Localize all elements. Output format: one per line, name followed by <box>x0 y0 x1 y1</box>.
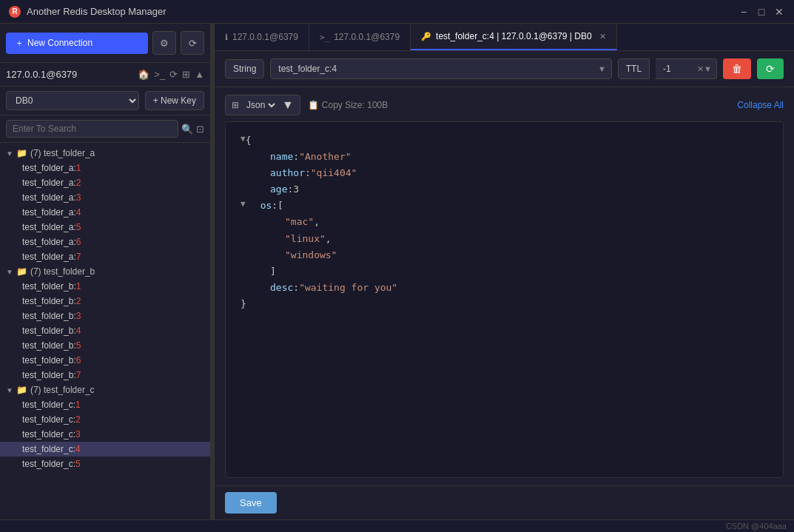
json-os-mac: "mac" <box>285 214 314 230</box>
json-key-name: name <box>270 149 293 165</box>
folder-a-header[interactable]: ▼ 📁 (7) test_folder_a <box>0 146 210 161</box>
json-line: name : "Another" <box>240 149 768 165</box>
key-icon: 🔑 <box>421 32 431 41</box>
list-item[interactable]: test_folder_b:2 <box>0 294 210 309</box>
value-toolbar: ⊞ Json Text ▼ 📋 Copy Size: 100B Collapse… <box>225 95 784 115</box>
refresh-button[interactable]: ⟳ <box>757 58 784 79</box>
json-line: ▼ { <box>240 132 768 149</box>
list-item[interactable]: test_folder_c:2 <box>0 412 210 427</box>
format-arrow-icon: ▼ <box>282 98 294 112</box>
folder-b-arrow: ▼ <box>6 268 13 276</box>
refresh-icon: ⟳ <box>766 63 775 75</box>
list-item[interactable]: test_folder_c:3 <box>0 427 210 442</box>
main-layout: ＋ New Connection ⚙ ⟳ 127.0.0.1@6379 🏠 >_… <box>0 24 794 519</box>
connection-name: 127.0.0.1@6379 <box>6 69 77 80</box>
tab-terminal[interactable]: >_ 127.0.0.1@6379 <box>309 24 411 50</box>
grid-icon[interactable]: ⊞ <box>182 69 190 80</box>
list-item[interactable]: test_folder_b:1 <box>0 279 210 294</box>
tab-info[interactable]: ℹ 127.0.0.1@6379 <box>215 24 309 50</box>
history-icon: ⟳ <box>189 38 197 49</box>
json-line: author : "qii404" <box>240 165 768 181</box>
save-button[interactable]: Save <box>225 492 277 514</box>
app-icon: R <box>9 6 21 18</box>
close-button[interactable]: ✕ <box>773 6 785 18</box>
list-item[interactable]: test_folder_a:3 <box>0 190 210 205</box>
connection-actions: 🏠 >_ ⟳ ⊞ ▲ <box>138 69 204 80</box>
list-item[interactable]: test_folder_a:5 <box>0 220 210 235</box>
refresh-icon[interactable]: ⟳ <box>169 69 178 80</box>
minimize-button[interactable]: − <box>738 6 750 18</box>
ttl-dropdown-icon[interactable]: ▼ <box>704 64 712 73</box>
collapse-all-button[interactable]: Collapse All <box>737 100 784 110</box>
home-icon[interactable]: 🏠 <box>138 69 149 80</box>
ttl-input[interactable] <box>660 59 697 78</box>
json-os-close-bracket: ] <box>270 263 276 280</box>
tab-key-label: test_folder_c:4 | 127.0.0.1@6379 | DB0 <box>436 31 592 41</box>
json-val-desc: "waiting for you" <box>299 280 397 296</box>
maximize-button[interactable]: □ <box>756 6 767 18</box>
json-line: "mac", <box>240 214 768 230</box>
filter-icon[interactable]: ⊡ <box>196 124 204 135</box>
list-item[interactable]: test_folder_c:1 <box>0 397 210 412</box>
new-key-button[interactable]: + New Key <box>145 91 204 110</box>
format-select[interactable]: Json Text <box>243 99 277 111</box>
copy-size: 📋 Copy Size: 100B <box>308 100 388 110</box>
json-editor[interactable]: ▼ { name : "Another" author : "qii404" <box>225 121 784 478</box>
terminal-icon[interactable]: >_ <box>154 69 165 80</box>
folder-a-label: (7) test_folder_a <box>30 148 95 158</box>
key-list: ▼ 📁 (7) test_folder_a test_folder_a:1 te… <box>0 143 210 519</box>
key-input-wrap: ▼ <box>270 58 611 79</box>
settings-button[interactable]: ⚙ <box>152 31 176 55</box>
folder-a-icon: 📁 <box>16 148 27 158</box>
json-val-name: "Another" <box>299 149 351 165</box>
ttl-clear-icon[interactable]: ✕ <box>697 64 704 74</box>
folder-b-icon: 📁 <box>16 266 27 277</box>
list-item[interactable]: test_folder_a:1 <box>0 161 210 175</box>
collapse-arrow-icon: ▼ <box>240 132 246 147</box>
folder-c-label: (7) test_folder_c <box>30 385 95 395</box>
list-item[interactable]: test_folder_b:4 <box>0 323 210 338</box>
list-item[interactable]: test_folder_c:5 <box>0 457 210 471</box>
json-os-linux: "linux" <box>285 231 326 247</box>
json-line: ▼ os : [ <box>240 198 768 214</box>
json-key-author: author <box>270 165 305 181</box>
tab-close-button[interactable]: ✕ <box>599 32 606 41</box>
folder-b-label: (7) test_folder_b <box>30 266 95 277</box>
list-item[interactable]: test_folder_a:4 <box>0 205 210 220</box>
key-name-input[interactable] <box>270 58 611 79</box>
search-bar: 🔍 ⊡ <box>0 115 210 143</box>
list-item[interactable]: test_folder_b:3 <box>0 309 210 323</box>
delete-button[interactable]: 🗑 <box>723 58 751 79</box>
search-icon[interactable]: 🔍 <box>181 124 193 135</box>
json-key-desc: desc <box>270 280 293 296</box>
list-item[interactable]: test_folder_a:6 <box>0 235 210 249</box>
history-button[interactable]: ⟳ <box>181 31 204 55</box>
save-bar: Save <box>215 485 794 519</box>
gear-icon: ⚙ <box>160 38 169 49</box>
new-connection-button[interactable]: ＋ New Connection <box>6 33 148 54</box>
list-item[interactable]: test_folder_b:6 <box>0 353 210 368</box>
folder-b-header[interactable]: ▼ 📁 (7) test_folder_b <box>0 264 210 279</box>
list-item[interactable]: test_folder_b:7 <box>0 368 210 383</box>
tab-key[interactable]: 🔑 test_folder_c:4 | 127.0.0.1@6379 | DB0… <box>411 24 617 50</box>
collapse-icon[interactable]: ▲ <box>195 69 204 80</box>
json-line: ] <box>240 263 768 280</box>
list-item[interactable]: test_folder_a:2 <box>0 175 210 190</box>
format-icon: ⊞ <box>232 100 239 110</box>
trash-icon: 🗑 <box>732 63 742 75</box>
json-os-windows: "windows" <box>285 247 337 263</box>
json-line: "windows" <box>240 247 768 263</box>
json-val-author: "qii404" <box>311 165 357 181</box>
list-item[interactable]: test_folder_a:7 <box>0 249 210 264</box>
terminal-icon: >_ <box>320 33 329 42</box>
search-input[interactable] <box>6 120 178 138</box>
info-icon: ℹ <box>225 33 228 42</box>
plus-icon: ＋ <box>15 37 24 50</box>
db-select[interactable]: DB0 <box>6 91 139 110</box>
folder-c-header[interactable]: ▼ 📁 (7) test_folder_c <box>0 383 210 397</box>
json-close-brace: } <box>240 296 246 312</box>
value-editor: ⊞ Json Text ▼ 📋 Copy Size: 100B Collapse… <box>215 87 794 485</box>
list-item[interactable]: test_folder_b:5 <box>0 338 210 353</box>
format-select-wrap: ⊞ Json Text ▼ <box>225 95 300 115</box>
list-item-active[interactable]: test_folder_c:4 <box>0 442 210 457</box>
